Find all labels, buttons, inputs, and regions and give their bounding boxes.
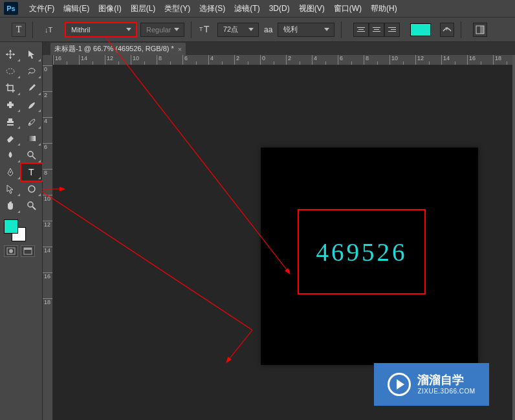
separator [32,21,33,38]
font-family-value: Mithril [71,26,90,34]
type-tool[interactable]: T [21,164,43,181]
align-left-button[interactable] [353,23,369,37]
ruler-tick: 12 [43,221,52,247]
menu-window[interactable]: 窗口(W) [329,0,366,17]
antialias-value: 锐利 [283,25,298,34]
document-tab[interactable]: 未标题-1 @ 66.7% (469526, RGB/8) * × [50,43,186,55]
stamp-tool[interactable] [0,113,21,130]
font-size-dropdown[interactable]: 72点 [217,23,259,37]
menu-view[interactable]: 视图(V) [294,0,329,17]
menu-file[interactable]: 文件(F) [25,0,59,17]
text-orientation-toggle[interactable]: ↓T [43,23,58,37]
menu-layer[interactable]: 图层(L) [126,0,160,17]
hand-tool[interactable] [0,197,21,214]
ruler-tick: 0 [43,65,52,91]
watermark-url: ZIXUE.3D66.COM [417,388,475,395]
watermark-badge: 溜溜自学 ZIXUE.3D66.COM [374,363,489,406]
chevron-down-icon [247,25,256,34]
ruler-tick: 6 [338,55,364,65]
font-style-value: Regular [146,26,171,34]
character-panel-button[interactable] [473,23,487,37]
menu-help[interactable]: 帮助(H) [366,0,402,17]
text-align-group [353,23,400,37]
svg-point-9 [28,123,30,125]
chevron-down-icon [124,25,133,34]
blur-tool[interactable] [0,147,21,164]
menu-image[interactable]: 图像(I) [94,0,126,17]
text-layer-content[interactable]: 469526 [316,238,408,267]
ruler-tick: 2 [234,55,260,65]
ruler-tick: 12 [415,55,441,65]
pen-tool[interactable] [0,164,21,181]
svg-point-11 [28,151,33,157]
text-color-swatch[interactable] [410,23,431,36]
ruler-tick: 2 [286,55,312,65]
menu-3d[interactable]: 3D(D) [265,0,294,17]
ruler-tick: 2 [43,91,52,117]
align-right-button[interactable] [384,23,400,37]
history-brush-tool[interactable] [21,113,43,130]
crop-tool[interactable] [0,80,21,96]
menu-filter[interactable]: 滤镜(T) [230,0,264,17]
foreground-color-swatch[interactable] [4,219,18,234]
chevron-down-icon [322,25,331,34]
menu-select[interactable]: 选择(S) [195,0,230,17]
menu-type[interactable]: 类型(Y) [160,0,195,17]
screenmode-button[interactable] [21,245,35,257]
menubar: Ps 文件(F) 编辑(E) 图像(I) 图层(L) 类型(Y) 选择(S) 滤… [0,0,515,17]
shape-tool[interactable] [21,181,43,197]
text-bounding-box[interactable]: 469526 [298,209,426,294]
ruler-tick: 4 [43,117,52,143]
healing-tool[interactable] [0,96,21,113]
font-family-dropdown[interactable]: Mithril [65,23,137,37]
lasso-tool[interactable] [21,63,43,80]
ruler-tick: 16 [53,55,79,65]
menu-edit[interactable]: 编辑(E) [59,0,94,17]
antialias-icon: aa [264,25,272,34]
play-icon [388,373,411,396]
ruler-tick: 8 [364,55,389,65]
separator [341,21,342,38]
document-tab-title: 未标题-1 @ 66.7% (469526, RGB/8) * [54,44,174,54]
warp-text-button[interactable]: T [440,23,454,37]
quickmask-button[interactable] [4,245,18,257]
active-tool-indicator[interactable]: T [12,23,26,37]
arrow-tool[interactable] [21,46,43,63]
zoom-tool[interactable] [21,197,43,214]
watermark-title: 溜溜自学 [417,373,475,388]
align-center-button[interactable] [369,23,384,37]
color-swatches[interactable] [4,219,30,241]
ruler-tick: 10 [43,195,52,221]
eraser-tool[interactable] [0,130,21,147]
marquee-tool[interactable] [0,63,21,80]
svg-rect-10 [28,136,36,141]
ruler-tick: 16 [43,272,52,298]
dodge-tool[interactable] [21,147,43,164]
app-logo: Ps [4,2,18,15]
svg-rect-5 [480,26,484,34]
font-style-dropdown[interactable]: Regular [140,23,184,37]
ruler-vertical[interactable]: 0 2 4 6 8 10 12 14 16 18 [43,55,53,420]
svg-point-6 [6,69,14,74]
close-icon[interactable]: × [178,45,182,53]
ruler-tick: 10 [389,55,415,65]
antialias-dropdown[interactable]: 锐利 [278,23,334,37]
ruler-tick: 8 [43,169,52,195]
tools-panel: T [0,42,43,420]
move-tool[interactable] [0,46,21,63]
ruler-tick: 14 [79,55,105,65]
svg-text:T: T [445,26,448,32]
ruler-tick: 4 [208,55,234,65]
svg-point-19 [9,249,13,253]
eyedropper-tool[interactable] [21,80,43,96]
ruler-tick: 14 [43,247,52,272]
svg-line-12 [32,156,36,159]
brush-tool[interactable] [21,96,43,113]
ruler-tick: 0 [260,55,286,65]
ruler-horizontal[interactable]: 16 14 12 10 8 6 4 2 0 2 4 6 8 10 12 14 1… [53,55,512,65]
gradient-tool[interactable] [21,130,43,147]
path-selection-tool[interactable] [0,181,21,197]
svg-point-13 [10,171,11,173]
artboard[interactable]: 469526 [261,148,477,364]
ruler-tick: 16 [467,55,493,65]
